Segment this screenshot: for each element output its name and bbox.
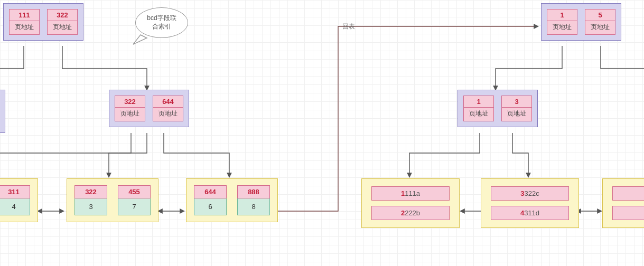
rec-key: 888 — [237, 185, 270, 198]
rec-val: 4 — [0, 198, 30, 215]
data-row — [612, 186, 644, 201]
leaf-rec: 311 4 — [0, 185, 30, 215]
data-row — [612, 206, 644, 220]
ptr-label: 页地址 — [153, 108, 183, 121]
ptr-cell: 3 页地址 — [501, 96, 532, 121]
ptr-cell: 322 页地址 — [47, 9, 78, 35]
rec-key: 644 — [194, 185, 227, 198]
bubble-text: bcd字段联合索引 — [145, 14, 178, 31]
rec-key: 455 — [118, 185, 151, 198]
ptr-cell: 644 页地址 — [153, 96, 183, 121]
ptr-label: 页地址 — [547, 21, 577, 34]
left-leaf-0: 311 4 — [0, 178, 38, 222]
ptr-label: 页地址 — [464, 108, 493, 121]
right-leaf-0: 1111a 2222b — [361, 178, 460, 228]
leaf-rec: 888 8 — [237, 185, 270, 215]
ptr-key: 1 — [547, 10, 577, 21]
ptr-label: 页地址 — [48, 21, 77, 34]
left-mid-offscreen — [0, 90, 5, 133]
ptr-cell: 111 页地址 — [9, 9, 40, 35]
back-table-label: 回表 — [342, 22, 355, 31]
right-root-node: 1 页地址 5 页地址 — [541, 3, 621, 41]
leaf-rec: 455 7 — [118, 185, 151, 215]
left-mid-node: 322 页地址 644 页地址 — [109, 90, 189, 127]
left-leaf-2: 644 6 888 8 — [186, 178, 278, 222]
leaf-rec: 322 3 — [74, 185, 107, 215]
data-row: 1111a — [371, 186, 450, 201]
rec-val: 8 — [237, 198, 270, 215]
ptr-key: 111 — [10, 10, 39, 21]
index-bubble: bcd字段联合索引 — [135, 7, 188, 38]
right-leaf-2 — [602, 178, 644, 228]
data-row: 2222b — [371, 206, 450, 220]
ptr-label: 页地址 — [10, 21, 39, 34]
left-leaf-1: 322 3 455 7 — [67, 178, 158, 222]
ptr-cell: 1 页地址 — [547, 9, 577, 35]
ptr-key: 5 — [585, 10, 615, 21]
data-row: 4311d — [491, 206, 569, 220]
ptr-cell: 322 页地址 — [115, 96, 145, 121]
ptr-key: 1 — [464, 96, 493, 108]
right-mid-node: 1 页地址 3 页地址 — [458, 90, 538, 127]
ptr-label: 页地址 — [502, 108, 531, 121]
ptr-label: 页地址 — [115, 108, 145, 121]
rec-val: 3 — [74, 198, 107, 215]
ptr-key: 322 — [48, 10, 77, 21]
ptr-key: 644 — [153, 96, 183, 108]
data-row: 3322c — [491, 186, 569, 201]
rec-key: 311 — [0, 185, 30, 198]
ptr-cell: 1 页地址 — [463, 96, 494, 121]
right-leaf-1: 3322c 4311d — [481, 178, 579, 228]
ptr-label: 页地址 — [585, 21, 615, 34]
rec-val: 7 — [118, 198, 151, 215]
leaf-rec: 644 6 — [194, 185, 227, 215]
left-root-node: 111 页地址 322 页地址 — [3, 3, 83, 41]
ptr-cell: 5 页地址 — [585, 9, 615, 35]
ptr-key: 3 — [502, 96, 531, 108]
rec-val: 6 — [194, 198, 227, 215]
rec-key: 322 — [74, 185, 107, 198]
ptr-key: 322 — [115, 96, 145, 108]
